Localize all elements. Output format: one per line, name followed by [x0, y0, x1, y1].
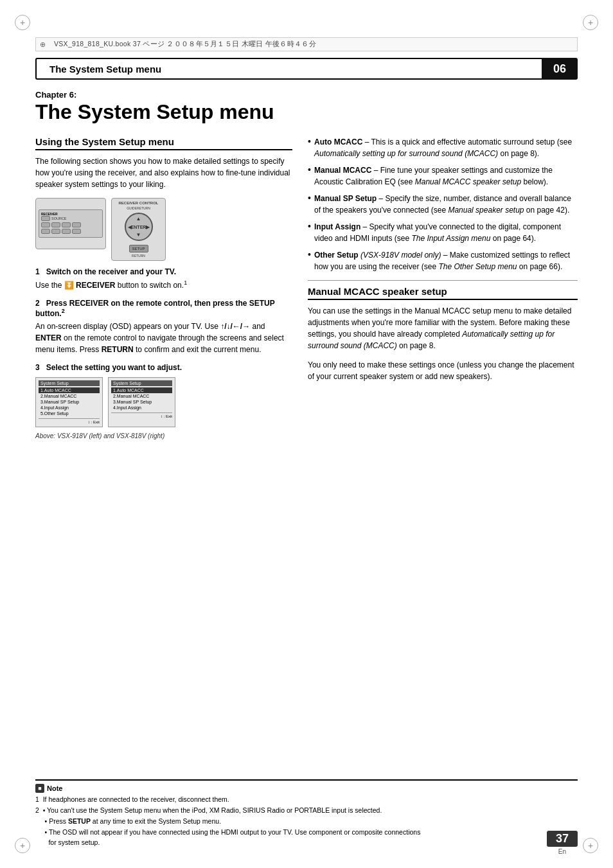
note-title-text: Note [47, 784, 62, 792]
device-illustration: RECEIVER SOURCE [35, 198, 292, 261]
bullet-manual-sp-label: Manual SP Setup [314, 194, 377, 203]
rc-up-arrow: ▲ [136, 216, 141, 222]
screen-918v-item-4: 4.Input Assign [39, 405, 100, 411]
device-btn-fm [51, 229, 60, 234]
rc-direction-circle: ◀ ▶ ▲ ▼ ENTER [125, 213, 153, 241]
screen-818v-footer: ↕ : Exit [111, 412, 172, 418]
screen-818v-item-1: 1.Auto MCACC [111, 387, 172, 393]
reg-mark-tr: + [581, 13, 600, 32]
file-info: VSX_918_818_KU.book 37 ページ ２００８年５月１５日 木曜… [54, 40, 316, 49]
rc-guide-label: GUIDE [127, 206, 137, 210]
screen-918v-item-1: 1.Auto MCACC [39, 387, 100, 393]
reg-mark-bl: + [13, 836, 32, 855]
rc-ud-arrows: ▲ ▼ [126, 214, 152, 240]
bullet-item-manual-mcacc: Manual MCACC – Fine tune your speaker se… [308, 164, 578, 188]
corner-mark: ⊕ [40, 40, 46, 49]
bullet-other-setup-label: Other Setup [314, 251, 359, 260]
bullet-other-setup-model: (VSX-918V model only) [360, 251, 441, 260]
chapter-label: Chapter 6: [35, 90, 578, 100]
section-divider [308, 280, 578, 281]
header-title-text: The System Setup menu [49, 64, 161, 75]
bullet-item-other-setup: Other Setup (VSX-918V model only) – Make… [308, 249, 578, 272]
bullet-list: Auto MCACC – This is a quick and effecti… [308, 136, 578, 272]
step-1-number: 1 [35, 267, 40, 276]
screen-818v-title: System Setup [111, 380, 172, 386]
remote-control-illustration: RECEIVER CONTROL GUIDE RETURN ◀ ▶ ▲ ▼ [111, 198, 166, 261]
chapter-title: The System Setup menu [35, 101, 578, 123]
right-column: Auto MCACC – This is a quick and effecti… [308, 136, 578, 439]
step-2-heading: 2 Press RECEIVER on the remote control, … [35, 299, 292, 318]
rc-top-label: RECEIVER CONTROL [118, 201, 158, 205]
device-row-1: SOURCE [41, 216, 100, 221]
page-number-box: 37 En [547, 831, 578, 855]
device-row-2 [41, 222, 100, 227]
device-btn-am [62, 229, 71, 234]
note-area: ■ Note 1 If headphones are connected to … [35, 779, 578, 849]
device-btn-source [41, 216, 50, 221]
screen-818v: System Setup 1.Auto MCACC 2.Manual MCACC… [108, 377, 175, 427]
screen-caption: Above: VSX-918V (left) and VSX-818V (rig… [35, 432, 292, 439]
screen-818v-item-2: 2.Manual MCACC [111, 393, 172, 399]
step-3-heading: 3 Select the setting you want to adjust. [35, 363, 292, 372]
step-3-number: 3 [35, 363, 40, 372]
step-3-text: Select the setting you want to adjust. [42, 363, 182, 372]
manual-mcacc-body2: You only need to make these settings onc… [308, 359, 578, 382]
screen-918v: System Setup 1.Auto MCACC 2.Manual MCACC… [35, 377, 103, 427]
header-title: The System Setup menu [35, 58, 542, 80]
header-chapter: 06 [542, 58, 578, 80]
two-column-layout: Using the System Setup menu The followin… [35, 136, 578, 439]
reg-mark-tl: + [13, 13, 32, 32]
left-column: Using the System Setup menu The followin… [35, 136, 292, 439]
note-line-3: • Press SETUP at any time to exit the Sy… [35, 817, 578, 827]
device-btn-cd [41, 229, 50, 234]
device-btn-dvd [41, 222, 50, 227]
bullet-auto-mcacc-label: Auto MCACC [314, 137, 362, 146]
screen-918v-title: System Setup [39, 380, 100, 386]
left-section-intro: The following section shows you how to m… [35, 155, 292, 190]
note-title: ■ Note [35, 784, 578, 793]
manual-mcacc-body: You can use the settings in the Manual M… [308, 305, 578, 351]
receiver-illustration: RECEIVER SOURCE [35, 198, 106, 249]
rc-return-row: RETURN [130, 254, 147, 258]
step-1-text: Switch on the receiver and your TV. [42, 267, 176, 276]
rc-return-text: RETURN [132, 254, 145, 258]
rc-return-label: RETURN [137, 206, 150, 210]
step-2-body: An on-screen display (OSD) appears on yo… [35, 321, 292, 355]
device-btn-phono [72, 229, 81, 234]
screen-918v-footer: ↕ : Exit [39, 418, 100, 424]
header-bar: The System Setup menu 06 [35, 58, 578, 80]
step-2-number: 2 [35, 299, 40, 308]
page-number: 37 [547, 831, 578, 847]
note-line-5: for system setup. [35, 838, 578, 848]
main-content: Chapter 6: The System Setup menu Using t… [35, 90, 578, 817]
note-lines: 1 If headphones are connected to the rec… [35, 795, 578, 848]
step-2-text: Press RECEIVER on the remote control, th… [35, 299, 275, 318]
rc-setup-btn: SETUP [129, 245, 148, 252]
page-lang: En [558, 848, 566, 855]
step-1-body: Use the ⏬ RECEIVER button to switch on.1 [35, 279, 292, 291]
screen-818v-item-3: 3.Manual SP Setup [111, 399, 172, 405]
bullet-item-manual-sp: Manual SP Setup – Specify the size, numb… [308, 193, 578, 216]
rc-down-arrow: ▼ [136, 232, 141, 238]
manual-mcacc-title: Manual MCACC speaker setup [308, 286, 578, 300]
device-btn-dvr [62, 222, 71, 227]
bullet-item-input-assign: Input Assign – Specify what you've conne… [308, 221, 578, 244]
rc-label-row: GUIDE RETURN [125, 206, 152, 210]
screen-818v-item-4: 4.Input Assign [111, 405, 172, 411]
screen-918v-item-5: 5.Other Setup [39, 411, 100, 416]
device-row-3 [41, 229, 100, 234]
left-section-title: Using the System Setup menu [35, 136, 292, 150]
top-info-bar: ⊕ VSX_918_818_KU.book 37 ページ ２００８年５月１５日 … [35, 37, 578, 51]
receiver-inner: RECEIVER SOURCE [39, 209, 103, 238]
setup-screens: System Setup 1.Auto MCACC 2.Manual MCACC… [35, 377, 292, 427]
bullet-manual-mcacc-label: Manual MCACC [314, 166, 371, 175]
note-line-4: • The OSD will not appear if you have co… [35, 828, 578, 838]
chapter-number-label: 06 [553, 62, 566, 76]
note-line-2: 2 • You can't use the System Setup menu … [35, 806, 578, 816]
device-label-source: SOURCE [51, 217, 67, 220]
bullet-item-auto-mcacc: Auto MCACC – This is a quick and effecti… [308, 136, 578, 159]
device-btn-ipod [72, 222, 81, 227]
bullet-input-assign-label: Input Assign [314, 222, 360, 231]
step-1-heading: 1 Switch on the receiver and your TV. [35, 267, 292, 276]
device-btn-tv [51, 222, 60, 227]
